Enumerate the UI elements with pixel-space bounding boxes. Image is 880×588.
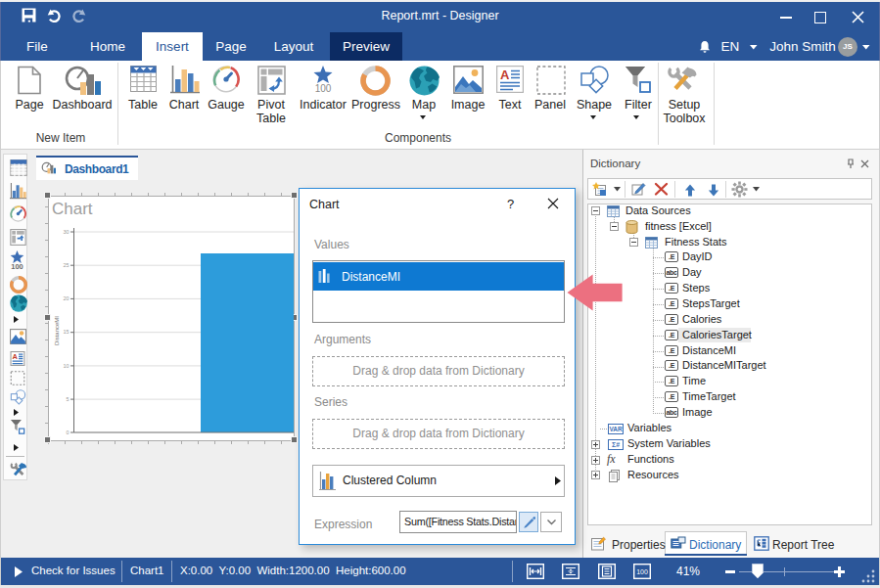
svg-text:5: 5 bbox=[66, 396, 69, 402]
svg-text:DistanceMI: DistanceMI bbox=[54, 316, 60, 345]
svg-text:100: 100 bbox=[636, 568, 648, 575]
svg-text:15: 15 bbox=[63, 329, 69, 335]
svg-text:25: 25 bbox=[63, 262, 69, 268]
svg-text:100: 100 bbox=[315, 83, 332, 93]
svg-text:A: A bbox=[500, 68, 510, 82]
svg-text:100: 100 bbox=[11, 262, 23, 270]
svg-text:30: 30 bbox=[63, 229, 69, 235]
svg-text:0: 0 bbox=[66, 430, 69, 435]
svg-text:A: A bbox=[12, 352, 18, 361]
svg-text:10: 10 bbox=[63, 363, 69, 369]
svg-text:20: 20 bbox=[63, 295, 69, 301]
